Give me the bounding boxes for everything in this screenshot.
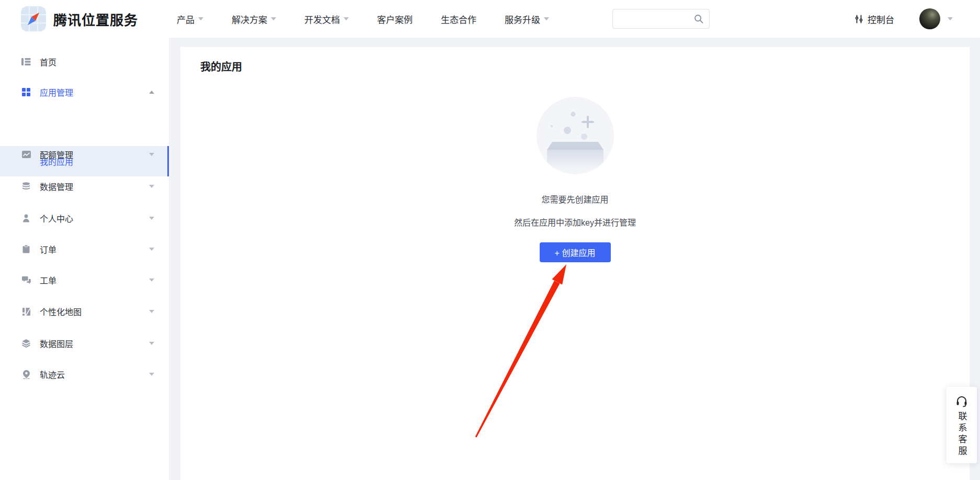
user-icon xyxy=(21,214,31,222)
nav-label: 客户案例 xyxy=(377,13,413,26)
layers-icon xyxy=(21,339,31,348)
database-icon xyxy=(21,182,31,191)
chevron-down-icon xyxy=(198,17,203,20)
sidebar-item-tickets[interactable]: 工单 xyxy=(0,265,169,295)
quota-chart-icon xyxy=(21,151,31,158)
contact-support-button[interactable]: 联系客服 xyxy=(947,387,977,463)
sidebar-label: 数据图层 xyxy=(40,337,73,350)
sidebar-label: 配额管理 xyxy=(40,148,73,161)
nav-item-cases[interactable]: 客户案例 xyxy=(377,13,413,26)
empty-state-line1: 您需要先创建应用 xyxy=(180,193,970,205)
chevron-down-icon xyxy=(149,373,154,376)
top-nav: 产品 解决方案 开发文档 客户案例 生态合作 服务升级 xyxy=(177,0,549,38)
sidebar-label: 数据管理 xyxy=(40,180,73,193)
sidebar-item-personal-center[interactable]: 个人中心 xyxy=(0,203,169,233)
nav-label: 服务升级 xyxy=(505,13,540,26)
contact-support-label: 联系客服 xyxy=(955,411,968,457)
header-search xyxy=(612,9,710,29)
chevron-down-icon xyxy=(149,310,154,313)
chevron-down-icon xyxy=(271,17,276,20)
sidebar-label: 轨迹云 xyxy=(40,368,65,381)
console-label: 控制台 xyxy=(868,13,894,26)
create-app-button[interactable]: + 创建应用 xyxy=(540,242,611,262)
track-pin-icon xyxy=(21,370,31,379)
sidebar-item-quota-management[interactable]: 配额管理 xyxy=(0,139,169,170)
chevron-down-icon xyxy=(149,248,154,251)
nav-item-upgrade[interactable]: 服务升级 xyxy=(505,13,549,26)
sidebar-label: 订单 xyxy=(40,243,56,255)
user-menu-chevron-down-icon[interactable] xyxy=(948,17,953,20)
clipboard-icon xyxy=(21,245,31,253)
top-header: 腾讯位置服务 产品 解决方案 开发文档 客户案例 生态合作 服务升级 xyxy=(0,0,980,38)
compass-map-logo-icon xyxy=(21,6,46,31)
sidebar-item-home[interactable]: 首页 xyxy=(0,47,169,77)
console-link[interactable]: 控制台 xyxy=(854,0,894,38)
sidebar: 首页 应用管理 我的应用 配额管理 数据 xyxy=(0,38,169,480)
sliders-icon xyxy=(854,15,863,24)
chevron-up-icon xyxy=(149,91,154,94)
page-title: 我的应用 xyxy=(200,59,242,74)
nav-item-ecosystem[interactable]: 生态合作 xyxy=(441,13,476,26)
custom-map-icon xyxy=(21,308,31,316)
brand-logo[interactable]: 腾讯位置服务 xyxy=(21,6,138,31)
headset-icon xyxy=(955,395,968,407)
main-content-card: 我的应用 您需要先创建应用 然后在应用中添加key并进行管理 + 创建应用 xyxy=(180,47,970,480)
empty-state-line2: 然后在应用中添加key并进行管理 xyxy=(180,216,970,228)
nav-label: 生态合作 xyxy=(441,13,476,26)
sidebar-item-app-management[interactable]: 应用管理 xyxy=(0,77,169,107)
sidebar-item-custom-map[interactable]: 个性化地图 xyxy=(0,296,169,327)
search-input[interactable] xyxy=(618,15,693,24)
sidebar-label: 应用管理 xyxy=(40,86,73,98)
empty-open-box-illustration xyxy=(537,97,614,176)
chevron-down-icon xyxy=(149,278,154,282)
chevron-down-icon xyxy=(344,17,349,20)
sidebar-label: 首页 xyxy=(40,55,56,68)
chevron-down-icon xyxy=(149,153,154,156)
chevron-down-icon xyxy=(149,342,154,345)
user-avatar[interactable] xyxy=(919,8,940,29)
brand-name: 腾讯位置服务 xyxy=(53,9,138,29)
apps-grid-icon xyxy=(21,88,31,96)
home-icon xyxy=(21,58,31,66)
chevron-down-icon xyxy=(149,185,154,188)
search-icon[interactable] xyxy=(693,14,704,24)
nav-item-products[interactable]: 产品 xyxy=(177,13,203,26)
sidebar-item-track-cloud[interactable]: 轨迹云 xyxy=(0,359,169,389)
chat-bubbles-icon xyxy=(21,276,31,284)
chevron-down-icon xyxy=(544,17,549,20)
nav-label: 产品 xyxy=(177,13,195,26)
sidebar-label: 个人中心 xyxy=(40,212,73,225)
nav-item-solutions[interactable]: 解决方案 xyxy=(232,13,276,26)
sidebar-item-data-layers[interactable]: 数据图层 xyxy=(0,328,169,359)
sidebar-label: 工单 xyxy=(40,274,56,286)
chevron-down-icon xyxy=(149,217,154,220)
nav-label: 开发文档 xyxy=(304,13,340,26)
sidebar-label: 个性化地图 xyxy=(40,305,82,318)
nav-label: 解决方案 xyxy=(232,13,267,26)
nav-item-docs[interactable]: 开发文档 xyxy=(304,13,349,26)
sidebar-item-orders[interactable]: 订单 xyxy=(0,234,169,264)
sidebar-item-data-management[interactable]: 数据管理 xyxy=(0,171,169,202)
